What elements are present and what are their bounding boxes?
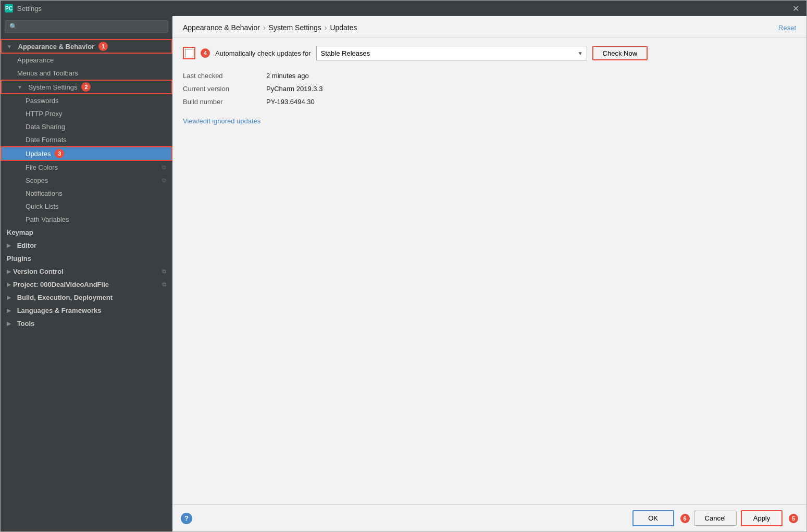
current-version-value: PyCharm 2019.3.3 xyxy=(266,84,796,94)
label-plugins: Plugins xyxy=(7,255,31,262)
sidebar-item-menus-toolbars[interactable]: Menus and Toolbars xyxy=(1,67,172,80)
badge-4: 4 xyxy=(201,48,210,58)
info-grid: Last checked 2 minutes ago Current versi… xyxy=(183,71,796,107)
bottom-left: ? xyxy=(181,513,192,524)
help-button[interactable]: ? xyxy=(181,513,192,524)
sidebar-item-version-control[interactable]: ▶ Version Control ⧉ xyxy=(1,265,172,278)
label-updates: Updates xyxy=(26,150,51,158)
last-checked-label: Last checked xyxy=(183,71,266,81)
search-input[interactable] xyxy=(19,23,164,30)
chevron-right-tools: ▶ xyxy=(7,321,11,326)
breadcrumb-part-3: Updates xyxy=(330,23,357,32)
label-http-proxy: HTTP Proxy xyxy=(26,110,63,118)
chevron-right-editor: ▶ xyxy=(7,243,11,248)
content-area: 🔍 ▼ Appearance & Behavior 1 Appearance M… xyxy=(1,16,806,531)
sidebar-item-languages-frameworks[interactable]: ▶ Languages & Frameworks xyxy=(1,304,172,317)
chevron-right-build: ▶ xyxy=(7,295,11,300)
check-now-button[interactable]: Check Now xyxy=(592,46,648,60)
breadcrumb-sep-1: › xyxy=(263,23,266,32)
label-keymap: Keymap xyxy=(7,229,33,236)
badge-3: 3 xyxy=(55,149,64,158)
label-data-sharing: Data Sharing xyxy=(26,123,65,131)
badge-1: 1 xyxy=(98,42,108,51)
auto-check-checkbox[interactable] xyxy=(185,49,193,57)
sidebar-item-file-colors[interactable]: File Colors ⧉ xyxy=(1,161,172,174)
cancel-button[interactable]: Cancel xyxy=(694,511,737,526)
main-content: Appearance & Behavior › System Settings … xyxy=(172,16,806,531)
sidebar-item-appearance-behavior[interactable]: ▼ Appearance & Behavior 1 xyxy=(1,39,172,54)
ok-button[interactable]: OK xyxy=(632,510,674,526)
sidebar-item-notifications[interactable]: Notifications xyxy=(1,187,172,200)
sidebar-item-build-execution[interactable]: ▶ Build, Execution, Deployment xyxy=(1,291,172,304)
search-icon: 🔍 xyxy=(9,23,17,30)
badge-2: 2 xyxy=(81,82,91,92)
chevron-right-vc: ▶ xyxy=(7,269,11,274)
close-button[interactable]: ✕ xyxy=(789,3,802,15)
main-header: Appearance & Behavior › System Settings … xyxy=(172,16,806,37)
chevron-right-project: ▶ xyxy=(7,282,11,287)
copy-icon-vc: ⧉ xyxy=(162,268,166,275)
sidebar-item-plugins[interactable]: Plugins xyxy=(1,252,172,265)
sidebar-item-updates[interactable]: Updates 3 xyxy=(1,146,172,161)
window-title: Settings xyxy=(17,5,42,12)
sidebar-item-appearance[interactable]: Appearance xyxy=(1,54,172,67)
sidebar-item-keymap[interactable]: Keymap xyxy=(1,226,172,239)
sidebar-item-passwords[interactable]: Passwords xyxy=(1,94,172,107)
sidebar-item-tools[interactable]: ▶ Tools xyxy=(1,317,172,330)
label-scopes: Scopes xyxy=(26,176,48,184)
build-number-value: PY-193.6494.30 xyxy=(266,97,796,107)
label-project: Project: 000DealVideoAndFile xyxy=(13,281,109,288)
bottom-bar: ? OK 6 Cancel Apply 5 xyxy=(172,504,806,531)
auto-check-label: Automatically check updates for xyxy=(215,49,311,57)
sidebar-item-path-variables[interactable]: Path Variables xyxy=(1,213,172,226)
breadcrumb-sep-2: › xyxy=(325,23,327,32)
updates-row: 4 Automatically check updates for Stable… xyxy=(183,46,796,60)
label-path-variables: Path Variables xyxy=(26,216,69,223)
sidebar-item-date-formats[interactable]: Date Formats xyxy=(1,133,172,146)
titlebar: PC Settings ✕ xyxy=(1,1,806,16)
label-build-execution: Build, Execution, Deployment xyxy=(17,294,113,301)
sidebar-item-system-settings[interactable]: ▼ System Settings 2 xyxy=(1,80,172,94)
label-quick-lists: Quick Lists xyxy=(26,202,59,210)
update-channel-dropdown[interactable]: Stable Releases Early Access Program Bet… xyxy=(316,46,587,60)
main-body: 4 Automatically check updates for Stable… xyxy=(172,37,806,504)
label-file-colors: File Colors xyxy=(26,163,58,171)
sidebar-tree: ▼ Appearance & Behavior 1 Appearance Men… xyxy=(1,37,172,531)
copy-icon-scopes: ⧉ xyxy=(162,177,166,184)
update-channel-dropdown-container: Stable Releases Early Access Program Bet… xyxy=(316,46,587,60)
sidebar: 🔍 ▼ Appearance & Behavior 1 Appearance M… xyxy=(1,16,172,531)
label-languages-frameworks: Languages & Frameworks xyxy=(17,307,102,314)
build-number-label: Build number xyxy=(183,97,266,107)
badge-6: 6 xyxy=(680,514,690,523)
breadcrumb-part-2: System Settings xyxy=(269,23,321,32)
sidebar-item-scopes[interactable]: Scopes ⧉ xyxy=(1,174,172,187)
search-box[interactable]: 🔍 xyxy=(5,20,168,33)
copy-icon-file-colors: ⧉ xyxy=(162,164,166,171)
auto-check-checkbox-wrapper xyxy=(183,47,195,59)
breadcrumb-part-1: Appearance & Behavior xyxy=(183,23,260,32)
last-checked-value: 2 minutes ago xyxy=(266,71,796,81)
chevron-down-icon: ▼ xyxy=(7,44,12,49)
label-version-control: Version Control xyxy=(13,268,64,275)
label-date-formats: Date Formats xyxy=(26,136,67,144)
chevron-right-lang: ▶ xyxy=(7,308,11,313)
sidebar-label-system-settings: System Settings xyxy=(29,83,78,91)
sidebar-item-quick-lists[interactable]: Quick Lists xyxy=(1,200,172,213)
ignored-updates-link[interactable]: View/edit ignored updates xyxy=(183,117,260,125)
sidebar-item-data-sharing[interactable]: Data Sharing xyxy=(1,120,172,133)
sidebar-item-project[interactable]: ▶ Project: 000DealVideoAndFile ⧉ xyxy=(1,278,172,291)
label-tools: Tools xyxy=(17,320,35,327)
breadcrumb: Appearance & Behavior › System Settings … xyxy=(183,23,357,32)
sidebar-item-http-proxy[interactable]: HTTP Proxy xyxy=(1,107,172,120)
settings-window: PC Settings ✕ 🔍 ▼ Appearance & Behavior … xyxy=(0,0,807,532)
label-editor: Editor xyxy=(17,242,37,249)
reset-link[interactable]: Reset xyxy=(778,24,796,32)
sidebar-label-menus-toolbars: Menus and Toolbars xyxy=(17,69,78,77)
sidebar-label-appearance-behavior: Appearance & Behavior xyxy=(18,43,95,50)
label-notifications: Notifications xyxy=(26,189,63,197)
copy-icon-project: ⧉ xyxy=(162,281,166,288)
chevron-down-icon-2: ▼ xyxy=(17,84,22,90)
badge-5: 5 xyxy=(789,514,798,523)
apply-button[interactable]: Apply xyxy=(741,510,783,526)
sidebar-item-editor[interactable]: ▶ Editor xyxy=(1,239,172,252)
